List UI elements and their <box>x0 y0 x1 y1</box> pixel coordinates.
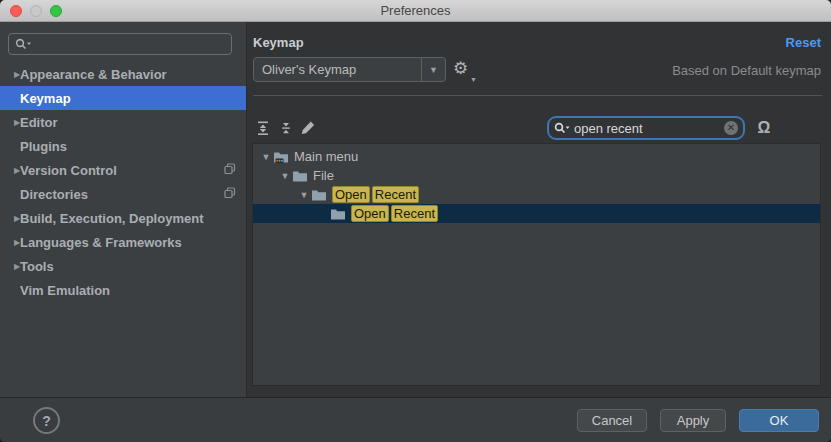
keymap-select-value: Oliver's Keymap <box>262 62 356 77</box>
sidebar-item-label: Directories <box>20 187 88 202</box>
keymap-select[interactable]: Oliver's Keymap ▼ <box>253 57 446 82</box>
sidebar-item-editor[interactable]: ▶ Editor <box>0 110 246 134</box>
clear-search-icon[interactable]: ✕ <box>724 121 738 135</box>
tree-row-label: Main menu <box>294 149 358 164</box>
sidebar-item-label: Build, Execution, Deployment <box>20 211 203 226</box>
expand-all-icon <box>255 120 271 136</box>
page-title: Keymap <box>253 35 304 50</box>
expand-arrow-icon[interactable]: ▶ <box>0 238 20 247</box>
settings-search-input[interactable] <box>8 33 232 55</box>
sidebar-item-keymap[interactable]: Keymap <box>0 86 246 110</box>
chevron-down-icon: ▼ <box>421 58 445 81</box>
sidebar-item-languages-frameworks[interactable]: ▶ Languages & Frameworks <box>0 230 246 254</box>
help-question-icon: ? <box>42 413 51 429</box>
collapse-arrow-icon[interactable]: ▼ <box>278 171 292 181</box>
search-icon <box>554 122 571 134</box>
project-settings-icon <box>224 187 236 199</box>
search-match-highlight: Open <box>332 186 370 203</box>
sidebar-item-version-control[interactable]: ▶ Version Control <box>0 158 246 182</box>
preferences-window: Preferences ▶ Appearance & Behavior Keym… <box>0 0 831 442</box>
keymap-settings-panel: Keymap Reset Oliver's Keymap ▼ ⚙ ▼ Based… <box>247 22 831 397</box>
search-match-highlight: Open <box>351 205 389 222</box>
collapse-arrow-icon[interactable]: ▼ <box>297 190 311 200</box>
search-query-text: open recent <box>574 121 643 136</box>
expand-arrow-icon[interactable]: ▶ <box>0 262 20 271</box>
tree-row-open-recent-group[interactable]: ▼ Open Recent <box>253 185 820 204</box>
keymap-action-tree: ▼ Main menu ▼ <box>252 143 821 386</box>
folder-icon <box>311 187 327 203</box>
expand-all-button[interactable] <box>255 120 273 138</box>
sidebar-item-label: Vim Emulation <box>20 283 110 298</box>
search-match-highlight: Recent <box>391 205 438 222</box>
gear-icon: ⚙ <box>453 59 468 78</box>
settings-category-list: ▶ Appearance & Behavior Keymap ▶ Editor … <box>0 62 246 302</box>
ok-button[interactable]: OK <box>739 409 819 432</box>
tree-row-label: File <box>313 168 334 183</box>
titlebar: Preferences <box>0 0 831 22</box>
folder-icon <box>330 206 346 222</box>
edit-shortcut-button[interactable] <box>300 120 318 138</box>
sidebar-item-appearance-behavior[interactable]: ▶ Appearance & Behavior <box>0 62 246 86</box>
main-menu-icon <box>273 149 289 165</box>
expand-arrow-icon[interactable]: ▶ <box>0 214 20 223</box>
keymap-options-button[interactable]: ⚙ ▼ <box>453 59 477 81</box>
sidebar-item-directories[interactable]: Directories <box>0 182 246 206</box>
apply-button[interactable]: Apply <box>660 409 726 432</box>
help-button[interactable]: ? <box>33 407 60 434</box>
tree-row-open-recent-selected[interactable]: Open Recent <box>253 204 820 223</box>
project-settings-icon <box>224 163 236 175</box>
sidebar-item-label: Editor <box>20 115 58 130</box>
search-match-highlight: Recent <box>372 186 419 203</box>
caret-down-icon: ▼ <box>470 76 477 83</box>
expand-arrow-icon[interactable]: ▶ <box>0 166 20 175</box>
pencil-icon <box>300 120 316 136</box>
sidebar-item-label: Tools <box>20 259 54 274</box>
tree-row-main-menu[interactable]: ▼ Main menu <box>253 147 820 166</box>
find-actions-by-shortcut-button[interactable]: Ω <box>754 118 774 138</box>
action-search-input[interactable]: open recent ✕ <box>547 116 745 140</box>
cancel-button[interactable]: Cancel <box>577 409 647 432</box>
expand-arrow-icon[interactable]: ▶ <box>0 70 20 79</box>
sidebar-item-label: Version Control <box>20 163 117 178</box>
based-on-label: Based on Default keymap <box>672 63 821 78</box>
sidebar-item-vim-emulation[interactable]: Vim Emulation <box>0 278 246 302</box>
expand-arrow-icon[interactable]: ▶ <box>0 118 20 127</box>
collapse-all-icon <box>278 120 294 136</box>
find-by-shortcut-icon: Ω <box>758 119 771 136</box>
sidebar-item-label: Appearance & Behavior <box>20 67 167 82</box>
sidebar-item-label: Plugins <box>20 139 67 154</box>
collapse-all-button[interactable] <box>278 120 296 138</box>
sidebar-item-label: Languages & Frameworks <box>20 235 182 250</box>
search-icon <box>15 38 33 50</box>
sidebar-item-tools[interactable]: ▶ Tools <box>0 254 246 278</box>
header-separator <box>253 95 822 96</box>
sidebar-item-plugins[interactable]: Plugins <box>0 134 246 158</box>
reset-link[interactable]: Reset <box>786 35 821 50</box>
collapse-arrow-icon[interactable]: ▼ <box>259 152 273 162</box>
sidebar-item-label: Keymap <box>20 91 71 106</box>
folder-icon <box>292 168 308 184</box>
settings-sidebar: ▶ Appearance & Behavior Keymap ▶ Editor … <box>0 22 247 397</box>
dialog-footer: ? Cancel Apply OK <box>0 397 831 442</box>
tree-row-file[interactable]: ▼ File <box>253 166 820 185</box>
window-title: Preferences <box>0 3 831 18</box>
sidebar-item-build-execution-deployment[interactable]: ▶ Build, Execution, Deployment <box>0 206 246 230</box>
